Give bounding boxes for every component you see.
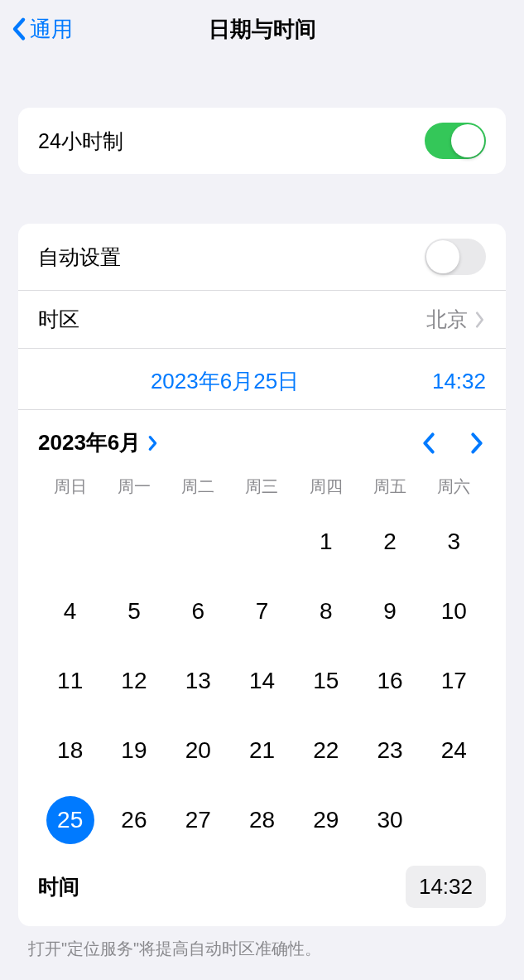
back-button[interactable]: 通用 bbox=[10, 15, 73, 44]
time-picker[interactable]: 14:32 bbox=[406, 866, 486, 908]
day-cell[interactable]: 7 bbox=[230, 587, 294, 635]
day-number: 16 bbox=[377, 668, 402, 694]
day-number: 29 bbox=[313, 807, 339, 833]
day-number: 20 bbox=[185, 737, 211, 764]
day-number: 3 bbox=[448, 529, 461, 555]
page-title: 日期与时间 bbox=[0, 15, 524, 44]
day-number: 21 bbox=[249, 737, 275, 764]
day-number: 1 bbox=[320, 529, 333, 555]
day-cell[interactable]: 22 bbox=[294, 727, 358, 775]
day-number: 9 bbox=[383, 598, 397, 625]
day-cell[interactable]: 10 bbox=[422, 587, 486, 635]
toggle-knob bbox=[426, 240, 459, 273]
row-timezone[interactable]: 时区 北京 bbox=[18, 290, 506, 348]
day-cell[interactable]: 18 bbox=[38, 727, 102, 775]
day-cell[interactable]: 2 bbox=[358, 518, 421, 566]
label-24-hour: 24小时制 bbox=[38, 128, 123, 155]
chevron-right-icon bbox=[146, 434, 159, 452]
day-cell[interactable]: 14 bbox=[230, 657, 294, 705]
day-cell[interactable]: 12 bbox=[102, 657, 166, 705]
label-timezone: 时区 bbox=[38, 306, 79, 333]
day-number: 6 bbox=[191, 598, 204, 625]
weekday-label: 周一 bbox=[102, 476, 166, 498]
day-cell[interactable]: 25 bbox=[38, 796, 102, 844]
day-cell-empty bbox=[166, 518, 230, 566]
day-cell[interactable]: 11 bbox=[38, 657, 102, 705]
day-cell[interactable]: 24 bbox=[422, 727, 486, 775]
back-label: 通用 bbox=[30, 15, 73, 44]
day-cell[interactable]: 13 bbox=[166, 657, 230, 705]
day-number: 24 bbox=[441, 737, 467, 764]
day-cell[interactable]: 5 bbox=[102, 587, 166, 635]
day-number: 13 bbox=[185, 668, 211, 694]
day-cell-empty bbox=[230, 518, 294, 566]
day-number: 27 bbox=[185, 807, 211, 833]
day-cell[interactable]: 26 bbox=[102, 796, 166, 844]
day-cell[interactable]: 1 bbox=[294, 518, 358, 566]
day-cell[interactable]: 23 bbox=[358, 727, 421, 775]
day-number: 19 bbox=[121, 737, 147, 764]
row-auto-set: 自动设置 bbox=[18, 224, 506, 290]
day-number: 17 bbox=[441, 668, 467, 694]
day-cell[interactable]: 16 bbox=[358, 657, 421, 705]
day-cell[interactable]: 4 bbox=[38, 587, 102, 635]
footer-note: 打开"定位服务"将提高自动时区准确性。 bbox=[0, 926, 524, 960]
day-number: 8 bbox=[320, 598, 333, 625]
day-number: 12 bbox=[121, 668, 147, 694]
day-number: 15 bbox=[313, 668, 339, 694]
day-number: 7 bbox=[256, 598, 269, 625]
day-number: 28 bbox=[249, 807, 275, 833]
day-cell[interactable]: 28 bbox=[230, 796, 294, 844]
prev-month-button[interactable] bbox=[420, 432, 438, 455]
toggle-auto-set[interactable] bbox=[425, 239, 486, 275]
day-cell-empty bbox=[102, 518, 166, 566]
row-time: 时间 14:32 bbox=[18, 859, 506, 926]
weekday-label: 周六 bbox=[422, 476, 486, 498]
day-cell[interactable]: 9 bbox=[358, 587, 421, 635]
month-label: 2023年6月 bbox=[38, 428, 141, 457]
month-picker[interactable]: 2023年6月 bbox=[38, 428, 159, 457]
day-cell[interactable]: 15 bbox=[294, 657, 358, 705]
weekday-label: 周二 bbox=[166, 476, 230, 498]
next-month-button[interactable] bbox=[468, 432, 486, 455]
row-24-hour: 24小时制 bbox=[18, 108, 506, 174]
day-cell[interactable]: 29 bbox=[294, 796, 358, 844]
chevron-left-icon bbox=[10, 17, 28, 41]
day-cell[interactable]: 8 bbox=[294, 587, 358, 635]
day-number: 11 bbox=[57, 668, 83, 694]
day-number: 23 bbox=[377, 737, 402, 764]
day-cell[interactable]: 3 bbox=[422, 518, 486, 566]
selected-time[interactable]: 14:32 bbox=[411, 369, 486, 394]
day-number: 14 bbox=[249, 668, 275, 694]
day-cell[interactable]: 6 bbox=[166, 587, 230, 635]
toggle-knob bbox=[451, 124, 484, 157]
day-cell[interactable]: 19 bbox=[102, 727, 166, 775]
day-cell[interactable]: 21 bbox=[230, 727, 294, 775]
chevron-right-icon bbox=[473, 311, 486, 329]
weekday-label: 周四 bbox=[294, 476, 358, 498]
toggle-24-hour[interactable] bbox=[425, 123, 486, 159]
weekday-label: 周五 bbox=[358, 476, 421, 498]
day-number: 4 bbox=[64, 598, 77, 625]
value-timezone: 北京 bbox=[426, 306, 468, 333]
day-cell[interactable]: 30 bbox=[358, 796, 421, 844]
day-cell[interactable]: 27 bbox=[166, 796, 230, 844]
selected-date[interactable]: 2023年6月25日 bbox=[38, 367, 411, 396]
day-number: 25 bbox=[46, 796, 94, 844]
day-number: 26 bbox=[121, 807, 147, 833]
day-number: 5 bbox=[127, 598, 141, 625]
day-number: 2 bbox=[383, 529, 397, 555]
label-auto-set: 自动设置 bbox=[38, 244, 121, 271]
label-time: 时间 bbox=[38, 873, 79, 900]
weekday-label: 周三 bbox=[230, 476, 294, 498]
weekday-label: 周日 bbox=[38, 476, 102, 498]
day-number: 18 bbox=[57, 737, 83, 764]
day-cell[interactable]: 20 bbox=[166, 727, 230, 775]
day-cell-empty bbox=[38, 518, 102, 566]
day-number: 22 bbox=[313, 737, 339, 764]
day-number: 30 bbox=[377, 807, 402, 833]
day-cell[interactable]: 17 bbox=[422, 657, 486, 705]
day-number: 10 bbox=[441, 598, 467, 625]
